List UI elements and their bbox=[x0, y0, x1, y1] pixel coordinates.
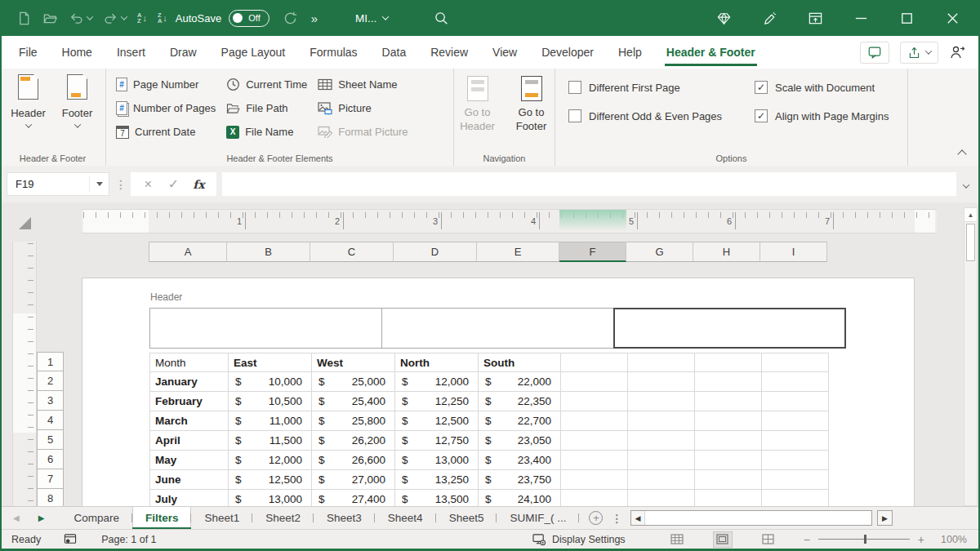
scroll-left-icon[interactable]: ◀ bbox=[631, 511, 645, 525]
people-icon[interactable] bbox=[949, 44, 965, 60]
file-name-button[interactable]: X File Name bbox=[226, 123, 307, 140]
header-box-center[interactable] bbox=[381, 308, 614, 349]
empty-cell[interactable] bbox=[695, 470, 762, 490]
expand-formula-bar-icon[interactable] bbox=[962, 177, 973, 192]
sheet-tab-sumif[interactable]: SUMIF_( ... bbox=[497, 507, 579, 529]
empty-cell[interactable] bbox=[561, 470, 628, 490]
empty-cell[interactable] bbox=[695, 431, 762, 451]
empty-cell[interactable] bbox=[695, 392, 762, 411]
new-sheet-button[interactable]: + bbox=[589, 511, 603, 525]
column-header-f-selected[interactable]: F bbox=[559, 242, 626, 262]
column-header-c[interactable]: C bbox=[310, 242, 394, 262]
cell-value[interactable]: $13,500 bbox=[395, 490, 479, 506]
next-sheet-icon[interactable]: ▶ bbox=[38, 513, 45, 522]
tab-home[interactable]: Home bbox=[50, 36, 105, 69]
tab-view[interactable]: View bbox=[480, 36, 529, 69]
sort-za-icon[interactable]: ZA ↓ bbox=[158, 12, 167, 24]
normal-view-button[interactable] bbox=[668, 532, 686, 547]
cell-value[interactable]: $12,750 bbox=[395, 431, 479, 451]
empty-cell[interactable] bbox=[561, 372, 628, 392]
row-header-1[interactable]: 1 bbox=[37, 352, 64, 371]
more-commands-icon[interactable]: » bbox=[311, 11, 318, 25]
sheet-tab-sheet4[interactable]: Sheet4 bbox=[375, 507, 436, 529]
footer-button[interactable]: Footer bbox=[56, 74, 99, 128]
premium-gem-icon[interactable] bbox=[716, 11, 732, 26]
empty-cell[interactable] bbox=[695, 353, 762, 372]
refresh-icon[interactable] bbox=[283, 11, 298, 26]
sheet-tab-sheet1[interactable]: Sheet1 bbox=[191, 507, 252, 529]
number-of-pages-button[interactable]: # Number of Pages bbox=[116, 100, 216, 117]
empty-cell[interactable] bbox=[695, 451, 762, 470]
empty-cell[interactable] bbox=[561, 411, 628, 431]
picture-button[interactable]: Picture bbox=[318, 100, 408, 117]
vertical-scrollbar[interactable]: ▲ bbox=[964, 207, 978, 506]
empty-cell[interactable] bbox=[561, 353, 628, 372]
empty-cell[interactable] bbox=[695, 372, 762, 392]
page-number-button[interactable]: # Page Number bbox=[116, 76, 216, 93]
checkbox-box[interactable]: ✓ bbox=[755, 81, 768, 94]
name-box-dropdown[interactable] bbox=[89, 176, 109, 192]
vertical-scroll-thumb[interactable] bbox=[966, 224, 975, 261]
checkbox-box[interactable] bbox=[568, 109, 581, 122]
empty-cell[interactable] bbox=[762, 353, 829, 372]
checkbox-align-page-margins[interactable]: ✓ Align with Page Margins bbox=[755, 109, 907, 122]
cell-value[interactable]: $22,700 bbox=[479, 411, 561, 431]
sheet-tab-sheet5[interactable]: Sheet5 bbox=[436, 507, 497, 529]
cell-month[interactable]: March bbox=[150, 411, 229, 431]
empty-cell[interactable] bbox=[695, 490, 762, 506]
cell-south-header[interactable]: South bbox=[479, 353, 561, 372]
cell-north-header[interactable]: North bbox=[395, 353, 479, 372]
zoom-slider-thumb[interactable] bbox=[864, 535, 866, 544]
cell-value[interactable]: $12,000 bbox=[229, 451, 312, 470]
tab-draw[interactable]: Draw bbox=[158, 36, 209, 69]
horizontal-scrollbar[interactable]: ◀ bbox=[630, 510, 872, 526]
sheet-tab-sheet3[interactable]: Sheet3 bbox=[314, 507, 375, 529]
empty-cell[interactable] bbox=[762, 490, 829, 506]
undo-icon[interactable] bbox=[69, 11, 84, 26]
cell-value[interactable]: $11,000 bbox=[229, 411, 312, 431]
comments-button[interactable] bbox=[860, 42, 889, 64]
cell-value[interactable]: $12,500 bbox=[395, 411, 479, 431]
zoom-slider[interactable] bbox=[818, 539, 910, 540]
cell-value[interactable]: $11,500 bbox=[229, 431, 312, 451]
sheet-tab-compare[interactable]: Compare bbox=[60, 507, 132, 529]
document-title[interactable]: MI... bbox=[355, 12, 388, 24]
empty-cell[interactable] bbox=[762, 451, 829, 470]
tab-data[interactable]: Data bbox=[370, 36, 419, 69]
row-header-6[interactable]: 6 bbox=[37, 450, 64, 469]
display-settings-button[interactable]: Display Settings bbox=[532, 533, 626, 546]
cell-value[interactable]: $10,500 bbox=[229, 392, 312, 411]
formula-input[interactable] bbox=[222, 172, 956, 196]
tab-help[interactable]: Help bbox=[606, 36, 654, 69]
cell-month-header[interactable]: Month bbox=[150, 353, 229, 372]
cell-value[interactable]: $26,600 bbox=[312, 451, 395, 470]
new-file-icon[interactable] bbox=[16, 11, 32, 26]
sheet-tab-options-icon[interactable]: ⋮ bbox=[611, 512, 622, 525]
name-box-input[interactable] bbox=[7, 178, 79, 190]
insert-function-button[interactable]: fx bbox=[186, 178, 212, 191]
checkbox-box[interactable]: ✓ bbox=[755, 109, 768, 122]
sheet-name-button[interactable]: Sheet Name bbox=[318, 76, 408, 93]
row-header-3[interactable]: 3 bbox=[37, 391, 64, 411]
header-button[interactable]: Header bbox=[7, 74, 50, 128]
cell-value[interactable]: $12,000 bbox=[395, 372, 479, 392]
scroll-right-icon[interactable]: ▶ bbox=[877, 510, 893, 526]
resize-handle-icon[interactable]: ⋮ bbox=[115, 178, 125, 191]
header-box-right-selected[interactable] bbox=[613, 308, 846, 349]
sheet-tab-sheet2[interactable]: Sheet2 bbox=[252, 507, 314, 529]
cell-value[interactable]: $12,250 bbox=[395, 392, 479, 411]
cancel-button[interactable]: × bbox=[136, 177, 161, 192]
tab-file[interactable]: File bbox=[7, 36, 50, 69]
checkbox-different-odd-even[interactable]: Different Odd & Even Pages bbox=[568, 109, 755, 122]
empty-cell[interactable] bbox=[628, 411, 695, 431]
current-date-button[interactable]: 7 Current Date bbox=[116, 123, 216, 140]
cell-value[interactable]: $10,000 bbox=[229, 372, 312, 392]
cell-value[interactable]: $25,400 bbox=[312, 392, 395, 411]
column-header-e[interactable]: E bbox=[477, 242, 559, 262]
cell-month[interactable]: January bbox=[150, 372, 229, 392]
go-to-footer-button[interactable]: Go to Footer bbox=[510, 76, 554, 134]
autosave-toggle[interactable]: Off bbox=[229, 10, 269, 27]
empty-cell[interactable] bbox=[561, 451, 628, 470]
column-header-i[interactable]: I bbox=[760, 242, 827, 262]
cell-value[interactable]: $23,400 bbox=[479, 451, 561, 470]
